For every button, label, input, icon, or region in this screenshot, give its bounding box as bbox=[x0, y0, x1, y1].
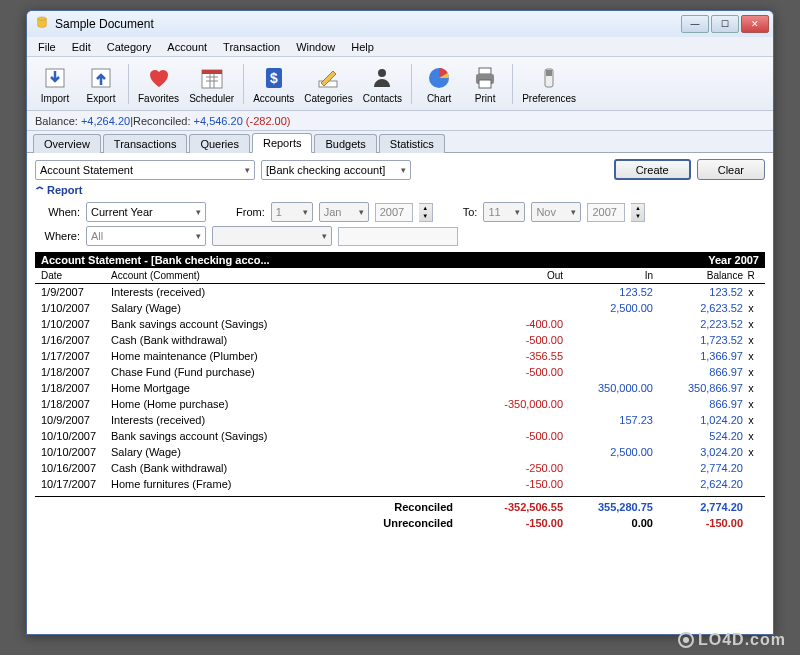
cell-balance: 350,866.97 bbox=[653, 381, 743, 395]
toolbar-favorites-button[interactable]: Favorites bbox=[134, 60, 183, 108]
toolbar-scheduler-button[interactable]: Scheduler bbox=[185, 60, 238, 108]
toolbar-preferences-button[interactable]: Preferences bbox=[518, 60, 580, 108]
close-button[interactable]: ✕ bbox=[741, 15, 769, 33]
where-value-input[interactable] bbox=[338, 227, 458, 246]
svg-rect-5 bbox=[202, 70, 222, 74]
cell-account: Chase Fund (Fund purchase) bbox=[111, 365, 473, 379]
tabbar: OverviewTransactionsQueriesReportsBudget… bbox=[27, 131, 773, 153]
table-row[interactable]: 1/18/2007Chase Fund (Fund purchase)-500.… bbox=[35, 364, 765, 380]
minimize-button[interactable]: — bbox=[681, 15, 709, 33]
when-select[interactable]: Current Year bbox=[86, 202, 206, 222]
person-icon bbox=[368, 64, 396, 92]
col-account: Account (Comment) bbox=[111, 270, 473, 281]
cell-balance: 123.52 bbox=[653, 285, 743, 299]
cell-reconciled: x bbox=[743, 317, 759, 331]
table-row[interactable]: 10/17/2007Home furnitures (Frame)-150.00… bbox=[35, 476, 765, 492]
cell-date: 1/16/2007 bbox=[41, 333, 111, 347]
account-select[interactable]: [Bank checking account] bbox=[261, 160, 411, 180]
toolbar-accounts-button[interactable]: $Accounts bbox=[249, 60, 298, 108]
tab-queries[interactable]: Queries bbox=[189, 134, 250, 153]
cell-reconciled: x bbox=[743, 333, 759, 347]
menubar: FileEditCategoryAccountTransactionWindow… bbox=[27, 37, 773, 57]
to-year-spinner[interactable]: ▲▼ bbox=[631, 203, 645, 222]
export-icon bbox=[87, 64, 115, 92]
menu-category[interactable]: Category bbox=[100, 39, 159, 55]
toolbar-categories-button[interactable]: Categories bbox=[300, 60, 356, 108]
where-select[interactable]: All bbox=[86, 226, 206, 246]
cell-in: 350,000.00 bbox=[563, 381, 653, 395]
switch-icon bbox=[535, 64, 563, 92]
tab-overview[interactable]: Overview bbox=[33, 134, 101, 153]
report-section-header[interactable]: Report bbox=[35, 184, 765, 196]
table-row[interactable]: 1/17/2007Home maintenance (Plumber)-356.… bbox=[35, 348, 765, 364]
cell-out: -150.00 bbox=[473, 477, 563, 491]
toolbar-contacts-button[interactable]: Contacts bbox=[359, 60, 406, 108]
cell-out: -500.00 bbox=[473, 333, 563, 347]
from-month-select[interactable]: Jan bbox=[319, 202, 369, 222]
table-row[interactable]: 1/16/2007Cash (Bank withdrawal)-500.001,… bbox=[35, 332, 765, 348]
menu-help[interactable]: Help bbox=[344, 39, 381, 55]
cell-reconciled: x bbox=[743, 429, 759, 443]
table-row[interactable]: 1/9/2007Interests (received)123.52123.52… bbox=[35, 284, 765, 300]
cell-out bbox=[473, 445, 563, 459]
from-year-spinner[interactable]: ▲▼ bbox=[419, 203, 433, 222]
reconciled-value: +4,546.20 bbox=[194, 115, 243, 127]
table-row[interactable]: 1/18/2007Home (Home purchase)-350,000.00… bbox=[35, 396, 765, 412]
from-day-select[interactable]: 1 bbox=[271, 202, 313, 222]
table-row[interactable]: 10/9/2007Interests (received)157.231,024… bbox=[35, 412, 765, 428]
cell-account: Home (Home purchase) bbox=[111, 397, 473, 411]
toolbar-import-button[interactable]: Import bbox=[33, 60, 77, 108]
where-field-select[interactable] bbox=[212, 226, 332, 246]
toolbar-label: Categories bbox=[304, 93, 352, 104]
from-year-input[interactable]: 2007 bbox=[375, 203, 413, 222]
toolbar-separator bbox=[512, 64, 513, 104]
menu-transaction[interactable]: Transaction bbox=[216, 39, 287, 55]
col-out: Out bbox=[473, 270, 563, 281]
content-area: Account Statement [Bank checking account… bbox=[27, 153, 773, 634]
calendar-icon bbox=[198, 64, 226, 92]
create-button[interactable]: Create bbox=[614, 159, 691, 180]
tab-budgets[interactable]: Budgets bbox=[314, 134, 376, 153]
toolbar-label: Accounts bbox=[253, 93, 294, 104]
report-type-select[interactable]: Account Statement bbox=[35, 160, 255, 180]
balance-label: Balance: bbox=[35, 115, 78, 127]
reconciled-label: Reconciled: bbox=[133, 115, 190, 127]
svg-rect-19 bbox=[546, 70, 552, 76]
cell-account: Bank savings account (Savings) bbox=[111, 317, 473, 331]
table-row[interactable]: 10/16/2007Cash (Bank withdrawal)-250.002… bbox=[35, 460, 765, 476]
titlebar[interactable]: Sample Document — ☐ ✕ bbox=[27, 11, 773, 37]
report-banner-year: Year 2007 bbox=[708, 254, 759, 266]
cell-account: Home maintenance (Plumber) bbox=[111, 349, 473, 363]
to-month-select[interactable]: Nov bbox=[531, 202, 581, 222]
table-row[interactable]: 10/10/2007Salary (Wage)2,500.003,024.20x bbox=[35, 444, 765, 460]
maximize-button[interactable]: ☐ bbox=[711, 15, 739, 33]
toolbar-print-button[interactable]: Print bbox=[463, 60, 507, 108]
summary-label: Unreconciled bbox=[111, 516, 473, 530]
menu-account[interactable]: Account bbox=[160, 39, 214, 55]
menu-window[interactable]: Window bbox=[289, 39, 342, 55]
balance-bar: Balance: +4,264.20 | Reconciled: +4,546.… bbox=[27, 111, 773, 131]
table-row[interactable]: 10/10/2007Bank savings account (Savings)… bbox=[35, 428, 765, 444]
to-day-select[interactable]: 11 bbox=[483, 202, 525, 222]
tab-transactions[interactable]: Transactions bbox=[103, 134, 188, 153]
toolbar-chart-button[interactable]: Chart bbox=[417, 60, 461, 108]
menu-edit[interactable]: Edit bbox=[65, 39, 98, 55]
summary-out: -352,506.55 bbox=[473, 500, 563, 514]
tab-reports[interactable]: Reports bbox=[252, 133, 313, 153]
import-icon bbox=[41, 64, 69, 92]
cell-in bbox=[563, 477, 653, 491]
table-row[interactable]: 1/18/2007Home Mortgage350,000.00350,866.… bbox=[35, 380, 765, 396]
to-year-input[interactable]: 2007 bbox=[587, 203, 625, 222]
cell-account: Cash (Bank withdrawal) bbox=[111, 333, 473, 347]
cell-in: 123.52 bbox=[563, 285, 653, 299]
summary-in: 0.00 bbox=[563, 516, 653, 530]
clear-button[interactable]: Clear bbox=[697, 159, 765, 180]
tab-statistics[interactable]: Statistics bbox=[379, 134, 445, 153]
table-row[interactable]: 1/10/2007Bank savings account (Savings)-… bbox=[35, 316, 765, 332]
table-row[interactable]: 1/10/2007Salary (Wage)2,500.002,623.52x bbox=[35, 300, 765, 316]
toolbar-label: Export bbox=[87, 93, 116, 104]
cell-balance: 524.20 bbox=[653, 429, 743, 443]
menu-file[interactable]: File bbox=[31, 39, 63, 55]
cell-in bbox=[563, 349, 653, 363]
toolbar-export-button[interactable]: Export bbox=[79, 60, 123, 108]
